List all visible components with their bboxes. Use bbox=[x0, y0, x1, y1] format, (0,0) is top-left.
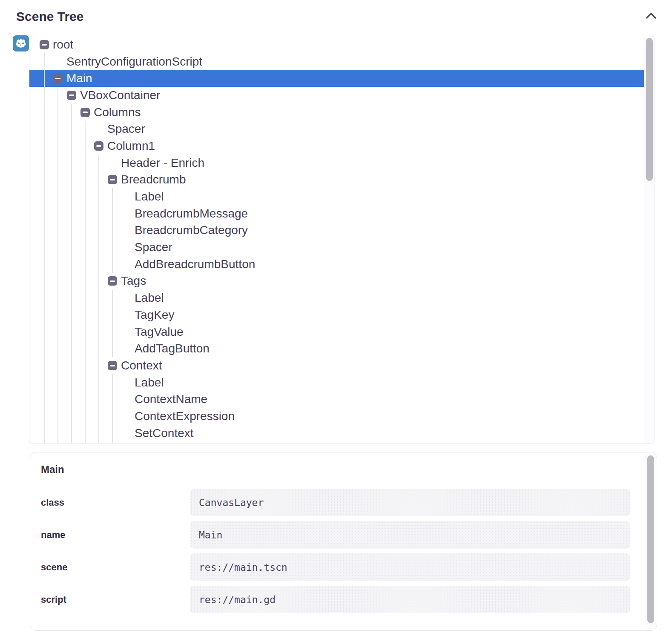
property-key: script bbox=[41, 586, 190, 613]
tree-node-tagvalue[interactable]: TagValue bbox=[29, 323, 644, 341]
tree-node-label: VBoxContainer bbox=[80, 89, 160, 102]
godot-icon bbox=[13, 35, 29, 52]
godot-robot-glyph bbox=[14, 37, 27, 50]
tree-node-label: Spacer bbox=[135, 240, 172, 254]
page-title: Scene Tree bbox=[16, 9, 83, 24]
chevron-up-glyph bbox=[646, 12, 656, 19]
minus-icon[interactable] bbox=[53, 74, 63, 83]
tree-node-label: Columns bbox=[94, 106, 141, 119]
tree-node-label: Tags bbox=[121, 274, 146, 288]
tree-node-addbreadcrumbbutton[interactable]: AddBreadcrumbButton bbox=[29, 256, 644, 273]
tree-node-label: BreadcrumbCategory bbox=[135, 223, 248, 237]
details-scrollbar[interactable] bbox=[645, 454, 656, 629]
tree-node-label: Spacer bbox=[107, 122, 145, 136]
tree-node-column1[interactable]: Column1 bbox=[29, 137, 644, 155]
tree-node-main[interactable]: Main bbox=[29, 70, 644, 87]
tree-node-tags[interactable]: Tags bbox=[29, 273, 644, 290]
tree-node-label: Context bbox=[121, 359, 162, 372]
property-row-name: name Main bbox=[41, 521, 630, 549]
tree-node-vboxcontainer[interactable]: VBoxContainer bbox=[29, 87, 644, 104]
tree-node-sentryconfigurationscript[interactable]: SentryConfigurationScript bbox=[29, 53, 644, 70]
minus-icon[interactable] bbox=[108, 361, 117, 370]
node-details-card: Main class CanvasLayer name Main scene r… bbox=[30, 452, 657, 631]
minus-icon[interactable] bbox=[80, 108, 90, 117]
tree-node-label: SentryConfigurationScript bbox=[66, 55, 202, 69]
tree-node-contextexpression[interactable]: ContextExpression bbox=[29, 408, 644, 425]
tree-node-label[interactable]: Label bbox=[29, 289, 644, 306]
minus-icon[interactable] bbox=[94, 141, 103, 151]
minus-icon[interactable] bbox=[108, 276, 117, 286]
tree-node-contextname[interactable]: ContextName bbox=[29, 391, 644, 408]
tree-node-label: Label bbox=[135, 190, 164, 203]
tree-node-label: root bbox=[53, 38, 73, 52]
property-row-scene: scene res://main.tscn bbox=[41, 553, 630, 581]
tree-node-spacer[interactable]: Spacer bbox=[29, 239, 644, 256]
tree-node-label: BreadcrumbMessage bbox=[135, 207, 248, 220]
property-key: class bbox=[41, 489, 190, 516]
tree-node-columns[interactable]: Columns bbox=[29, 104, 644, 121]
tree-node-label: Label bbox=[135, 291, 164, 305]
tree-node-header-enrich[interactable]: Header - Enrich bbox=[29, 155, 644, 172]
tree-node-label: Main bbox=[66, 72, 92, 85]
tree-node-label: Header - Enrich bbox=[121, 156, 204, 170]
tree-node-spacer[interactable]: Spacer bbox=[29, 120, 644, 137]
property-row-class: class CanvasLayer bbox=[41, 489, 630, 516]
property-value: res://main.gd bbox=[190, 586, 630, 613]
property-row-script: script res://main.gd bbox=[41, 586, 630, 613]
tree-node-label: AddBreadcrumbButton bbox=[135, 258, 255, 271]
details-title: Main bbox=[41, 464, 657, 476]
minus-icon[interactable] bbox=[40, 40, 49, 49]
tree-scrollbar-thumb[interactable] bbox=[646, 38, 653, 181]
tree-node-root[interactable]: root bbox=[29, 36, 644, 53]
tree-node-breadcrumbmessage[interactable]: BreadcrumbMessage bbox=[29, 205, 644, 222]
details-scrollbar-thumb[interactable] bbox=[647, 455, 654, 623]
tree-node-label: Breadcrumb bbox=[121, 173, 186, 186]
tree-node-label: Label bbox=[135, 376, 164, 389]
chevron-up-icon[interactable] bbox=[646, 11, 657, 20]
tree-node-label[interactable]: Label bbox=[29, 188, 644, 205]
tree-node-label: AddTagButton bbox=[135, 342, 210, 355]
tree-node-breadcrumb[interactable]: Breadcrumb bbox=[29, 172, 644, 189]
property-value: CanvasLayer bbox=[190, 489, 630, 516]
tree-node-label: SetContext bbox=[135, 426, 194, 440]
tree-node-label: TagKey bbox=[135, 308, 174, 322]
tree-node-tagkey[interactable]: TagKey bbox=[29, 306, 644, 323]
property-value: Main bbox=[190, 521, 630, 549]
tree-node-setcontext[interactable]: SetContext bbox=[29, 425, 644, 442]
tree-node-context[interactable]: Context bbox=[29, 357, 644, 374]
tree-node-addtagbutton[interactable]: AddTagButton bbox=[29, 340, 644, 357]
property-key: name bbox=[41, 521, 190, 549]
minus-icon[interactable] bbox=[67, 91, 76, 100]
tree-node-label: ContextExpression bbox=[135, 409, 235, 423]
property-rows: class CanvasLayer name Main scene res://… bbox=[41, 489, 630, 613]
tree-node-breadcrumbcategory[interactable]: BreadcrumbCategory bbox=[29, 222, 644, 239]
tree-node-label: TagValue bbox=[135, 325, 184, 339]
minus-icon[interactable] bbox=[108, 175, 117, 184]
tree-node-label[interactable]: Label bbox=[29, 374, 644, 391]
tree-scrollbar[interactable] bbox=[644, 36, 655, 444]
tree-rows: rootSentryConfigurationScriptMainVBoxCon… bbox=[29, 36, 644, 444]
property-key: scene bbox=[41, 553, 190, 581]
scene-tree-panel: rootSentryConfigurationScriptMainVBoxCon… bbox=[29, 36, 655, 444]
tree-node-label: ContextName bbox=[135, 392, 207, 406]
property-value: res://main.tscn bbox=[190, 553, 630, 581]
tree-node-label: Column1 bbox=[107, 139, 155, 153]
